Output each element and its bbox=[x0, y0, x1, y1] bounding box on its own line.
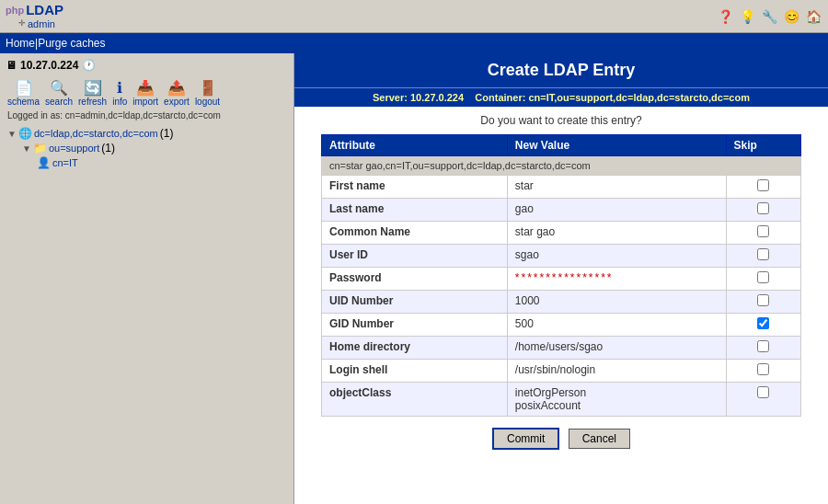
refresh-link[interactable]: 🔄 refresh bbox=[78, 79, 107, 107]
schema-label: schema bbox=[7, 97, 40, 107]
skip-checkbox[interactable] bbox=[757, 248, 769, 260]
folder-icon: 📁 bbox=[33, 142, 47, 155]
attr-value-cell: star gao bbox=[507, 222, 726, 245]
skip-checkbox[interactable] bbox=[757, 340, 769, 352]
attr-value-cell: /usr/sbin/nologin bbox=[507, 360, 726, 383]
server-info-container-label: Container: bbox=[475, 92, 525, 103]
skip-cell bbox=[726, 383, 800, 417]
skip-checkbox[interactable] bbox=[757, 179, 769, 191]
commit-button[interactable]: Commit bbox=[492, 428, 559, 450]
top-icons: ❓ 💡 🔧 😊 🏠 bbox=[716, 7, 822, 26]
export-icon: 📤 bbox=[167, 79, 186, 97]
skip-checkbox[interactable] bbox=[757, 225, 769, 237]
attr-value-cell: star bbox=[507, 176, 726, 199]
table-row: Last namegao bbox=[322, 199, 801, 222]
skip-checkbox[interactable] bbox=[757, 317, 769, 329]
attr-name-cell: Common Name bbox=[322, 222, 508, 245]
skip-cell bbox=[726, 360, 800, 383]
tree-children-support: 👤 cn=IT bbox=[22, 155, 290, 170]
tree-item-support[interactable]: ▼ 📁 ou=support (1) bbox=[22, 141, 290, 155]
cancel-button[interactable]: Cancel bbox=[569, 429, 630, 449]
skip-checkbox[interactable] bbox=[757, 363, 769, 375]
attr-value-cell: 500 bbox=[507, 314, 726, 337]
user-icon: 👤 bbox=[37, 156, 51, 169]
tree-support-label[interactable]: ou=support bbox=[49, 143, 99, 154]
smiley-icon[interactable]: 😊 bbox=[782, 7, 800, 26]
server-ip: 10.27.0.224 bbox=[20, 59, 78, 72]
tree-support-count: (1) bbox=[101, 142, 115, 155]
dn-row: cn=star gao,cn=IT,ou=support,dc=ldap,dc=… bbox=[322, 156, 801, 176]
tree-cn-it-label[interactable]: cn=IT bbox=[52, 157, 78, 168]
import-icon: 📥 bbox=[136, 79, 155, 97]
col-skip: Skip bbox=[726, 135, 800, 156]
server-info-server-value: 10.27.0.224 bbox=[410, 92, 464, 103]
table-body: cn=star gao,cn=IT,ou=support,dc=ldap,dc=… bbox=[322, 156, 801, 417]
globe-icon: 🌐 bbox=[18, 127, 32, 140]
skip-cell bbox=[726, 199, 800, 222]
server-header: 🖥 10.27.0.224 🕐 bbox=[4, 57, 290, 74]
nav-home[interactable]: Home bbox=[6, 37, 35, 50]
server-info-bar: Server: 10.27.0.224 Container: cn=IT,ou=… bbox=[294, 87, 828, 107]
schema-icon: 📄 bbox=[15, 79, 33, 97]
search-link[interactable]: 🔍 search bbox=[45, 79, 73, 107]
skip-cell bbox=[726, 222, 800, 245]
skip-checkbox[interactable] bbox=[757, 294, 769, 306]
expand-icon: ▼ bbox=[7, 129, 17, 139]
import-link[interactable]: 📥 import bbox=[132, 79, 158, 107]
table-row: Login shell/usr/sbin/nologin bbox=[322, 360, 801, 383]
bulb-icon[interactable]: 💡 bbox=[738, 7, 756, 26]
logo-admin: admin bbox=[28, 18, 55, 29]
table-row: Common Namestar gao bbox=[322, 222, 801, 245]
attr-name-cell: Last name bbox=[322, 199, 508, 222]
table-row: UID Number1000 bbox=[322, 291, 801, 314]
info-link[interactable]: ℹ info bbox=[112, 79, 127, 107]
logout-link[interactable]: 🚪 logout bbox=[195, 79, 220, 107]
col-attribute: Attribute bbox=[322, 135, 508, 156]
table-header-row: Attribute New Value Skip bbox=[322, 135, 801, 156]
expand-icon-support: ▼ bbox=[22, 143, 31, 154]
dn-value: cn=star gao,cn=IT,ou=support,dc=ldap,dc=… bbox=[322, 156, 801, 176]
home-icon[interactable]: 🏠 bbox=[804, 7, 822, 26]
tools-icon[interactable]: 🔧 bbox=[760, 7, 778, 26]
attr-value-cell: sgao bbox=[507, 245, 726, 268]
tree-item-cn-it[interactable]: 👤 cn=IT bbox=[37, 155, 290, 170]
top-bar: php LDAP ✛ admin ❓ 💡 🔧 😊 🏠 bbox=[0, 0, 828, 33]
main-layout: 🖥 10.27.0.224 🕐 📄 schema 🔍 search 🔄 refr… bbox=[0, 53, 828, 504]
skip-cell bbox=[726, 337, 800, 360]
export-label: export bbox=[164, 97, 190, 107]
attr-value-cell: **************** bbox=[507, 268, 726, 291]
skip-checkbox[interactable] bbox=[757, 386, 769, 398]
skip-cell bbox=[726, 314, 800, 337]
nav-bar: Home | Purge caches bbox=[0, 33, 828, 53]
buttons-row: Commit Cancel bbox=[294, 417, 828, 461]
attr-name-cell: User ID bbox=[322, 245, 508, 268]
schema-link[interactable]: 📄 schema bbox=[7, 79, 40, 107]
search-icon: 🔍 bbox=[50, 79, 68, 97]
directory-tree: ▼ 🌐 dc=ldap,dc=starcto,dc=com (1) ▼ 📁 ou… bbox=[4, 126, 290, 170]
search-label: search bbox=[45, 97, 73, 107]
tree-children-root: ▼ 📁 ou=support (1) 👤 cn=IT bbox=[7, 141, 290, 170]
export-link[interactable]: 📤 export bbox=[164, 79, 190, 107]
table-row: Password**************** bbox=[322, 268, 801, 291]
tree-item-root[interactable]: ▼ 🌐 dc=ldap,dc=starcto,dc=com (1) bbox=[7, 126, 290, 141]
table-row: User IDsgao bbox=[322, 245, 801, 268]
right-panel: Create LDAP Entry Server: 10.27.0.224 Co… bbox=[294, 53, 828, 504]
logged-in-info: Logged in as: cn=admin,dc=ldap,dc=starct… bbox=[4, 110, 290, 120]
attr-value-cell: /home/users/sgao bbox=[507, 337, 726, 360]
entry-table: Attribute New Value Skip cn=star gao,cn=… bbox=[321, 134, 801, 417]
attr-name-cell: Password bbox=[322, 268, 508, 291]
tree-root-label[interactable]: dc=ldap,dc=starcto,dc=com bbox=[34, 128, 158, 139]
nav-purge[interactable]: Purge caches bbox=[38, 37, 105, 50]
skip-cell bbox=[726, 176, 800, 199]
logo: php LDAP ✛ admin bbox=[6, 3, 63, 29]
table-row: First namestar bbox=[322, 176, 801, 199]
help-icon[interactable]: ❓ bbox=[716, 7, 734, 26]
skip-checkbox[interactable] bbox=[757, 271, 769, 283]
logo-ldap: LDAP bbox=[26, 3, 63, 18]
skip-checkbox[interactable] bbox=[757, 202, 769, 214]
skip-cell bbox=[726, 245, 800, 268]
info-label: info bbox=[112, 97, 127, 107]
col-new-value: New Value bbox=[507, 135, 726, 156]
refresh-icon: 🔄 bbox=[84, 79, 102, 97]
table-row: objectClassinetOrgPersonposixAccount bbox=[322, 383, 801, 417]
